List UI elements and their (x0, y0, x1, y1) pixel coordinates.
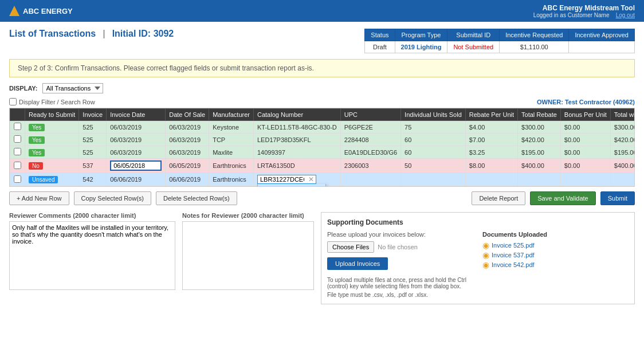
upc-cell: P6GPE2E (340, 121, 400, 134)
ready-to-submit-cell: Yes (25, 121, 79, 134)
upc-cell (340, 173, 400, 186)
row-checkbox-cell[interactable] (10, 146, 25, 159)
filter-checkbox[interactable] (9, 98, 17, 105)
rebate-cell (465, 173, 517, 186)
document-link[interactable]: ◉Invoice 542.pdf (482, 261, 629, 269)
logo-text: ABC ENERGY (23, 7, 73, 15)
invoice-date-cell[interactable] (107, 159, 166, 173)
col-manufacturer: Manufacturer (209, 109, 254, 121)
col-upc: UPC (340, 109, 400, 121)
title-row: List of Transactions | Initial ID: 3092 … (9, 29, 635, 53)
catalog-dropdown-list[interactable]: LBR31227DCECLBR38400SLBR41527D7LBR394D07… (257, 184, 326, 187)
log-out-link[interactable]: Log out (616, 12, 635, 18)
filter-row: Display Filter / Search Row OWNER: Test … (9, 98, 635, 105)
manufacturer-cell: Earthtronics (209, 173, 254, 186)
total-rebate-cell: $420.00 (518, 134, 561, 146)
reviewer-comments-title: Reviewer Comments (2000 character limit) (9, 212, 175, 219)
manufacturer-cell: Maxlite (209, 146, 254, 159)
catalog-clear[interactable]: ✕ (307, 175, 316, 183)
catalog-dropdown[interactable]: ✕ LBR31227DCECLBR38400SLBR41527D7LBR394D… (257, 175, 316, 184)
app-header: ABC ENERGY ABC Energy Midstream Tool Log… (0, 0, 644, 22)
owner-info: OWNER: Test Contractor (40962) (537, 99, 635, 105)
delete-report-button[interactable]: Delete Report (472, 191, 525, 205)
document-link[interactable]: ◉Invoice 525.pdf (482, 241, 629, 249)
row-checkbox[interactable] (14, 123, 21, 130)
col-bonus: Bonus Per Unit (560, 109, 610, 121)
tool-name: ABC Energy Midstream Tool (533, 4, 635, 12)
header-right: ABC Energy Midstream Tool Logged in as C… (533, 4, 635, 18)
col-invoice: Invoice (79, 109, 107, 121)
upload-invoices-button[interactable]: Upload Invoices (327, 257, 388, 270)
date-sale-cell: 06/05/2019 (166, 159, 209, 173)
doc-name: Invoice 542.pdf (492, 261, 535, 268)
add-row-button[interactable]: + Add New Row (9, 191, 69, 205)
units-cell (401, 173, 466, 186)
bonus-cell: $0.00 (560, 121, 610, 134)
copy-row-button[interactable]: Copy Selected Row(s) (74, 191, 151, 205)
choose-files-button[interactable]: Choose Files (327, 241, 374, 253)
dropdown-item[interactable]: LBR31227DCEC (258, 184, 325, 187)
manufacturer-cell: Earthtronics (209, 159, 254, 173)
transactions-table: Ready to Submit Invoice Invoice Date Dat… (10, 108, 635, 186)
reviewer-comments-textarea[interactable]: Only half of the Maxlites will be instal… (9, 221, 175, 290)
incentive-approved-value (569, 41, 635, 53)
doc-bullet: ◉ (482, 261, 489, 269)
document-link[interactable]: ◉Invoice 537.pdf (482, 251, 629, 259)
upload-label: Please upload your invoices below: (327, 231, 473, 238)
row-checkbox[interactable] (14, 135, 21, 143)
bonus-cell: $0.00 (560, 146, 610, 159)
row-checkbox-cell[interactable] (10, 173, 25, 186)
total-rebate-cell (518, 173, 561, 186)
invoice-date-cell: 06/03/2019 (107, 121, 166, 134)
doc-name: Invoice 525.pdf (492, 242, 535, 249)
rebate-cell: $3.25 (465, 146, 517, 159)
manufacturer-cell: Keystone (209, 121, 254, 134)
invoice-date-input[interactable] (110, 160, 162, 171)
col-total-bonus: Total with Bonus (610, 109, 635, 121)
catalog-cell[interactable]: ✕ LBR31227DCECLBR38400SLBR41527D7LBR394D… (253, 173, 340, 186)
title-divider: | (103, 29, 105, 39)
page-title: List of Transactions (9, 29, 96, 39)
display-row: DISPLAY: All Transactions (9, 83, 635, 93)
notes-reviewer-textarea[interactable] (182, 221, 314, 290)
col-units: Individual Units Sold (401, 109, 466, 121)
row-checkbox-cell[interactable] (10, 134, 25, 146)
row-checkbox-cell[interactable] (10, 159, 25, 173)
catalog-input[interactable] (258, 175, 307, 183)
row-checkbox[interactable] (14, 175, 21, 183)
step-banner: Step 2 of 3: Confirm Transactions. Pleas… (9, 59, 635, 77)
ctrl-note: To upload multiple files at once, press … (327, 277, 473, 289)
doc-bullet: ◉ (482, 251, 489, 259)
doc-name: Invoice 537.pdf (492, 252, 535, 258)
bonus-cell: $0.00 (560, 159, 610, 173)
save-validate-button[interactable]: Save and Validate (530, 191, 595, 205)
delete-row-button[interactable]: Delete Selected Row(s) (156, 191, 237, 205)
display-select[interactable]: All Transactions (42, 83, 103, 93)
date-sale-cell: 06/06/2019 (166, 173, 209, 186)
reviewer-comments-section: Reviewer Comments (2000 character limit)… (9, 212, 175, 304)
manufacturer-cell: TCP (209, 134, 254, 146)
submit-button[interactable]: Submit (600, 191, 635, 205)
units-cell: 50 (401, 159, 466, 173)
program-type-value: 2019 Lighting (395, 41, 447, 53)
units-cell: 75 (401, 121, 466, 134)
total-rebate-cell: $400.00 (518, 159, 561, 173)
units-cell: 60 (401, 134, 466, 146)
total-rebate-cell: $300.00 (518, 121, 561, 134)
row-checkbox[interactable] (14, 148, 21, 155)
total-bonus-cell: $300.00 (610, 121, 635, 134)
supporting-docs-title: Supporting Documents (327, 218, 629, 226)
supporting-docs-section: Supporting Documents Please upload your … (321, 212, 635, 304)
row-checkbox-cell[interactable] (10, 121, 25, 134)
col-date-sale: Date Of Sale (166, 109, 209, 121)
notes-reviewer-title: Notes for Reviewer (2000 character limit… (182, 212, 314, 219)
date-sale-cell: 06/03/2019 (166, 134, 209, 146)
upc-cell: E0A19DLED30/G6 (340, 146, 400, 159)
date-sale-cell: 06/03/2019 (166, 121, 209, 134)
action-row: + Add New Row Copy Selected Row(s) Delet… (9, 191, 635, 205)
status-value: Draft (365, 41, 395, 53)
status-badge: Yes (29, 149, 45, 156)
doc-bullet: ◉ (482, 241, 489, 249)
file-type-note: File type must be .csv, .xls, .pdf or .x… (327, 292, 473, 298)
row-checkbox[interactable] (14, 162, 21, 169)
